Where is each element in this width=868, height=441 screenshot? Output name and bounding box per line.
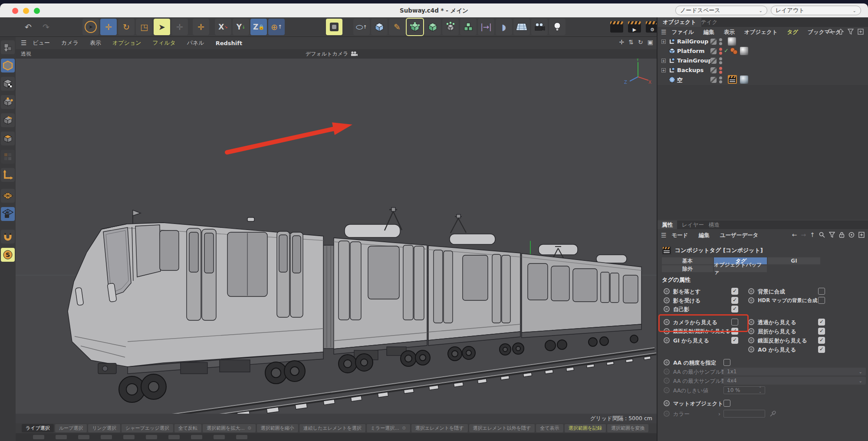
tab-attributes[interactable]: 属性 — [658, 220, 677, 229]
ring-selection-button[interactable]: リング選択 — [88, 424, 120, 432]
texture-mode-button[interactable] — [1, 77, 15, 91]
hdr-material-tag[interactable] — [740, 76, 748, 84]
editor-visibility-dot[interactable] — [719, 76, 722, 79]
compositing-tag[interactable] — [730, 47, 738, 55]
checkbox-aa-override[interactable] — [723, 359, 730, 366]
floor-object-button[interactable] — [513, 19, 530, 35]
scatter-object-button[interactable] — [442, 19, 459, 35]
keyframe-dot[interactable] — [664, 306, 670, 312]
live-selection-button[interactable]: ライブ選択 — [22, 424, 54, 432]
om-menu-view[interactable]: 表示 — [724, 29, 735, 36]
enable-toggle[interactable]: ✓ — [724, 47, 729, 54]
z-axis-lock[interactable]: Z🔒 — [250, 19, 267, 35]
y-axis-lock[interactable]: Y↓ — [233, 19, 249, 35]
tab-objects[interactable]: オブジェクト — [658, 17, 701, 27]
search-icon[interactable] — [819, 232, 825, 238]
object-row-sky[interactable]: 空 — [658, 75, 868, 85]
redo-button[interactable]: ↷ — [38, 19, 54, 35]
keyframe-dot[interactable] — [748, 346, 754, 352]
keyframe-dot[interactable] — [664, 378, 670, 384]
section-tab-objectbuffer[interactable]: オブジェクトバッファ — [714, 265, 767, 272]
object-name[interactable]: Backups — [677, 67, 704, 73]
train-model[interactable] — [68, 207, 641, 402]
render-picture-viewer-button[interactable]: ▶ — [626, 19, 643, 35]
field-button[interactable]: ◗ — [496, 19, 512, 35]
model-mode-button[interactable] — [1, 59, 15, 72]
coordinate-system-toggle[interactable]: ⊕↑ — [268, 19, 285, 35]
render-visibility-dot[interactable] — [719, 52, 722, 55]
polygon-mode-button[interactable] — [1, 132, 15, 145]
grow-selection-button[interactable]: 選択範囲を拡大...⚙ — [203, 424, 256, 432]
point-mode-button[interactable] — [1, 95, 15, 109]
aa-min-dropdown[interactable]: 1x1 ⌄ — [723, 368, 866, 375]
menu-view[interactable]: ビュー — [33, 39, 50, 47]
object-row-platform[interactable]: Platform ✓ — [658, 46, 868, 56]
scale-tool[interactable]: ◳ — [136, 19, 152, 35]
store-selection-button[interactable]: 選択範囲を記録 — [565, 424, 606, 432]
render-visibility-dot[interactable] — [719, 80, 722, 83]
add-primitive-button[interactable] — [371, 19, 388, 35]
axis-move-tool[interactable]: ✛ — [193, 19, 209, 35]
menu-redshift[interactable]: Redshift — [216, 40, 242, 46]
hamburger-menu-icon[interactable]: ☰ — [661, 29, 667, 36]
render-visibility-dot[interactable] — [719, 61, 722, 64]
keyframe-dot[interactable] — [748, 288, 754, 294]
hide-selected-button[interactable]: 選択エレメントを隠す — [411, 424, 468, 432]
editor-visibility-dot[interactable] — [719, 67, 722, 70]
checkbox-seen-by-transparency[interactable] — [818, 319, 825, 326]
forward-arrow-icon[interactable]: → — [801, 231, 806, 238]
checkbox-self-shadow[interactable] — [731, 306, 738, 313]
object-name[interactable]: TrainGroup — [677, 57, 712, 64]
matte-color-field[interactable] — [723, 410, 765, 418]
editor-visibility-dot[interactable] — [719, 48, 722, 51]
am-menu-userdata[interactable]: ユーザーデータ — [720, 232, 759, 239]
expand-icon[interactable]: + — [661, 39, 666, 44]
am-menu-mode[interactable]: モード — [672, 232, 688, 239]
unhide-all-button[interactable]: 全て表示 — [536, 424, 563, 432]
sharp-edge-selection-button[interactable]: シャープエッジ選択 — [122, 424, 173, 432]
make-editable-button[interactable] — [1, 40, 15, 54]
modeling-axis-button[interactable]: ⬭↑ — [353, 19, 370, 35]
spline-pen-button[interactable]: ✎ — [389, 19, 405, 35]
material-tag[interactable] — [728, 37, 736, 46]
uv-mode-button[interactable] — [1, 150, 15, 164]
select-connected-button[interactable]: 連続したエレメントを選択 — [299, 424, 365, 432]
filter-icon[interactable] — [829, 232, 835, 238]
material-tag[interactable] — [740, 47, 748, 55]
x-axis-lock[interactable]: X↘ — [215, 19, 231, 35]
deformer-button[interactable]: |→| — [478, 19, 494, 35]
section-tab-gi[interactable]: GI — [768, 257, 820, 264]
up-arrow-icon[interactable]: ↑ — [810, 231, 815, 238]
subdivision-surface-button[interactable] — [407, 19, 423, 35]
keyframe-dot[interactable] — [664, 387, 670, 393]
snap-settings-button[interactable]: S — [1, 248, 15, 262]
extrude-object-button[interactable] — [424, 19, 441, 35]
checkbox-matte-object[interactable] — [723, 400, 730, 407]
camera-reel-icon[interactable] — [351, 51, 358, 56]
aa-max-dropdown[interactable]: 4x4 ⌄ — [723, 377, 866, 385]
checkbox-composite-hdr[interactable] — [818, 297, 825, 304]
layer-chip[interactable] — [710, 58, 717, 64]
om-menu-objects[interactable]: オブジェクト — [744, 29, 778, 36]
keyframe-dot[interactable] — [748, 328, 754, 334]
invert-all-button[interactable]: 全て反転 — [174, 424, 201, 432]
keyframe-dot[interactable] — [664, 369, 670, 375]
editor-visibility-dot[interactable] — [719, 38, 722, 41]
camera-object-button[interactable] — [531, 19, 548, 35]
lock-icon[interactable] — [839, 232, 845, 238]
am-menu-edit[interactable]: 編集 — [699, 232, 710, 239]
object-row-traingroup[interactable]: + TrainGroup — [658, 56, 868, 66]
section-tab-basic[interactable]: 基本 — [662, 257, 713, 264]
object-row-railgroup[interactable]: + RailGroup — [658, 37, 868, 46]
move-tool[interactable]: ✛ — [100, 19, 117, 35]
axis-mode-button[interactable] — [1, 168, 15, 182]
array-object-button[interactable] — [460, 19, 477, 35]
workplane-mode-button[interactable] — [1, 189, 15, 203]
loop-selection-button[interactable]: ループ選択 — [55, 424, 87, 432]
menu-options[interactable]: オプション — [112, 39, 141, 47]
editor-visibility-dot[interactable] — [719, 57, 722, 60]
render-visibility-dot[interactable] — [719, 42, 722, 45]
keyframe-dot[interactable] — [664, 359, 670, 365]
undo-button[interactable]: ↶ — [20, 19, 36, 35]
tab-takes[interactable]: テイク — [696, 17, 723, 27]
